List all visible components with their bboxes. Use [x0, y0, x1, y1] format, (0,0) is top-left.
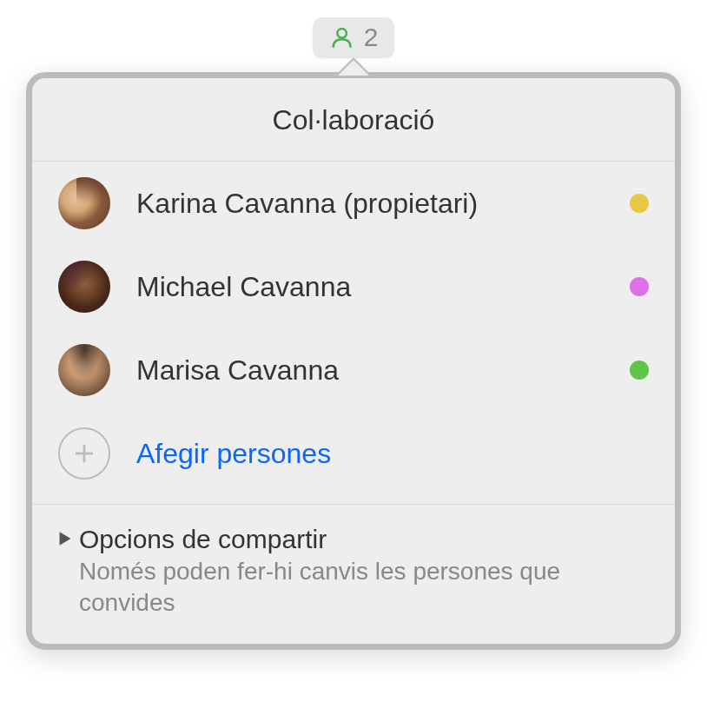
status-dot	[630, 194, 649, 213]
share-options-title: Opcions de compartir	[79, 522, 649, 556]
add-people-label: Afegir persones	[136, 438, 331, 470]
plus-icon	[58, 427, 110, 480]
share-options-row[interactable]: Opcions de compartir Només poden fer-hi …	[32, 504, 675, 644]
collaboration-popover: Col·laboració Karina Cavanna (propietari…	[26, 72, 681, 650]
participant-row[interactable]: Karina Cavanna (propietari)	[32, 162, 675, 245]
participant-row[interactable]: Marisa Cavanna	[32, 328, 675, 412]
person-icon	[329, 24, 355, 50]
participant-row[interactable]: Michael Cavanna	[32, 245, 675, 328]
add-people-button[interactable]: Afegir persones	[32, 412, 675, 504]
disclosure-triangle-icon	[58, 531, 72, 550]
popover-title: Col·laboració	[32, 104, 675, 136]
participant-name: Karina Cavanna (propietari)	[136, 188, 604, 220]
participant-name: Marisa Cavanna	[136, 354, 604, 387]
collaboration-count: 2	[364, 23, 379, 52]
svg-point-0	[337, 29, 347, 37]
share-options-subtitle: Només poden fer-hi canvis les persones q…	[79, 556, 649, 619]
popover-header: Col·laboració	[32, 78, 675, 162]
avatar	[58, 344, 110, 396]
collaboration-badge-button[interactable]: 2	[314, 17, 394, 57]
share-options-content: Opcions de compartir Només poden fer-hi …	[79, 522, 649, 619]
participant-name: Michael Cavanna	[136, 271, 604, 303]
status-dot	[630, 361, 649, 380]
status-dot	[630, 277, 649, 296]
participants-list: Karina Cavanna (propietari) Michael Cava…	[32, 162, 675, 504]
avatar	[58, 177, 110, 229]
avatar	[58, 261, 110, 313]
